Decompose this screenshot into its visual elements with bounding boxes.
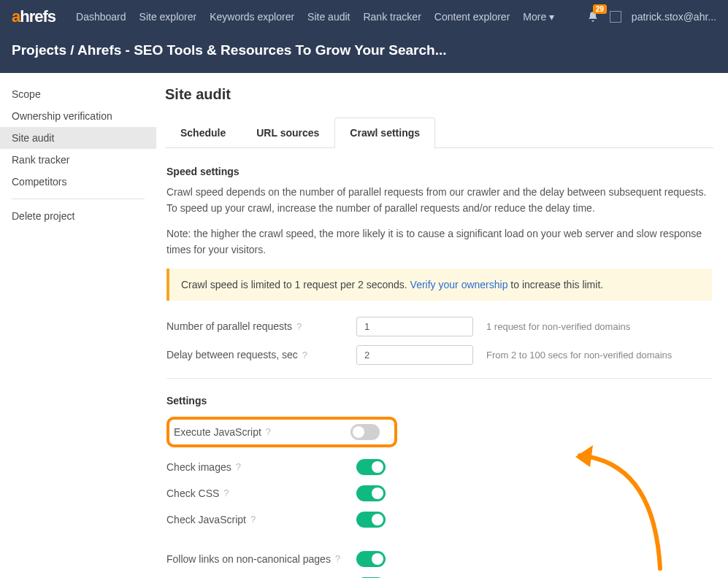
- breadcrumb: Projects / Ahrefs - SEO Tools & Resource…: [0, 34, 728, 73]
- setting-row-check-css: Check CSS?: [166, 485, 712, 501]
- parallel-requests-hint: 1 request for non-verified domains: [486, 321, 630, 332]
- chevron-down-icon: ▾: [549, 11, 554, 23]
- settings-heading: Settings: [166, 395, 712, 406]
- help-icon[interactable]: ?: [335, 553, 340, 564]
- speed-desc-2: Note: the higher the crawl speed, the mo…: [166, 226, 712, 258]
- help-icon[interactable]: ?: [236, 461, 241, 472]
- divider: [166, 378, 712, 379]
- setting-label-follow-links-on-non-canonical-pages: Follow links on non-canonical pages?: [166, 553, 356, 565]
- help-icon[interactable]: ?: [296, 321, 302, 332]
- tabs: ScheduleURL sourcesCrawl settings: [165, 117, 713, 148]
- speed-heading: Speed settings: [166, 166, 712, 177]
- delay-hint: From 2 to 100 secs for non-verified doma…: [486, 350, 672, 361]
- speed-limit-alert: Crawl speed is limited to 1 request per …: [166, 269, 712, 301]
- user-label[interactable]: patrick.stox@ahr...: [632, 11, 716, 23]
- setting-label-check-images: Check images?: [166, 461, 356, 473]
- page-title: Site audit: [165, 86, 713, 103]
- toggle-follow-links-on-non-canonical-pages[interactable]: [356, 551, 386, 567]
- delay-label: Delay between requests, sec ?: [166, 349, 356, 361]
- nav-item-site-explorer[interactable]: Site explorer: [139, 11, 197, 23]
- setting-label-check-javascript: Check JavaScript?: [166, 514, 356, 525]
- sidebar: ScopeOwnership verificationSite auditRan…: [0, 73, 156, 578]
- verify-ownership-link[interactable]: Verify your ownership: [410, 279, 508, 290]
- nav-item-rank-tracker[interactable]: Rank tracker: [363, 11, 421, 23]
- sidebar-divider: [12, 199, 145, 199]
- sidebar-item-scope[interactable]: Scope: [0, 83, 156, 105]
- sidebar-item-site-audit[interactable]: Site audit: [0, 127, 156, 149]
- notifications-bell-icon[interactable]: 29: [586, 10, 599, 23]
- speed-desc-1: Crawl speed depends on the number of par…: [166, 185, 712, 216]
- parallel-requests-label: Number of parallel requests ?: [166, 320, 356, 332]
- nav-item-content-explorer[interactable]: Content explorer: [434, 11, 510, 23]
- setting-row-execute-javascript: Execute JavaScript?: [166, 417, 397, 447]
- top-nav: DashboardSite explorerKeywords explorerS…: [76, 11, 586, 23]
- toggle-execute-javascript[interactable]: [350, 424, 380, 440]
- parallel-requests-input[interactable]: [356, 317, 473, 336]
- notifications-badge: 29: [593, 4, 607, 14]
- setting-label-check-css: Check CSS?: [166, 488, 356, 499]
- nav-item-keywords-explorer[interactable]: Keywords explorer: [210, 11, 294, 23]
- app-switcher-icon[interactable]: [610, 11, 621, 23]
- sidebar-delete-project[interactable]: Delete project: [0, 205, 156, 227]
- help-icon[interactable]: ?: [266, 426, 271, 437]
- nav-item-site-audit[interactable]: Site audit: [307, 11, 350, 23]
- setting-row-check-images: Check images?: [166, 459, 712, 475]
- help-icon[interactable]: ?: [302, 350, 307, 361]
- toggle-check-images[interactable]: [356, 459, 386, 475]
- setting-row-check-javascript: Check JavaScript?: [166, 512, 712, 528]
- tab-url-sources[interactable]: URL sources: [241, 117, 334, 147]
- delay-input[interactable]: [356, 345, 473, 365]
- help-icon[interactable]: ?: [223, 488, 229, 498]
- sidebar-item-ownership-verification[interactable]: Ownership verification: [0, 105, 156, 127]
- nav-item-dashboard[interactable]: Dashboard: [76, 11, 126, 23]
- sidebar-item-competitors[interactable]: Competitors: [0, 171, 156, 193]
- sidebar-item-rank-tracker[interactable]: Rank tracker: [0, 149, 156, 171]
- logo[interactable]: ahrefs: [12, 7, 55, 26]
- tab-schedule[interactable]: Schedule: [165, 117, 241, 147]
- setting-row-follow-links-on-non-canonical-pages: Follow links on non-canonical pages?: [166, 551, 712, 567]
- help-icon[interactable]: ?: [250, 514, 256, 525]
- tab-crawl-settings[interactable]: Crawl settings: [334, 117, 435, 148]
- toggle-check-css[interactable]: [356, 485, 386, 501]
- topbar: ahrefs DashboardSite explorerKeywords ex…: [0, 0, 728, 34]
- toggle-check-javascript[interactable]: [356, 512, 386, 528]
- nav-item-more[interactable]: More▾: [523, 11, 554, 23]
- main: Site audit ScheduleURL sourcesCrawl sett…: [156, 73, 728, 578]
- setting-label-execute-javascript: Execute JavaScript?: [169, 426, 350, 438]
